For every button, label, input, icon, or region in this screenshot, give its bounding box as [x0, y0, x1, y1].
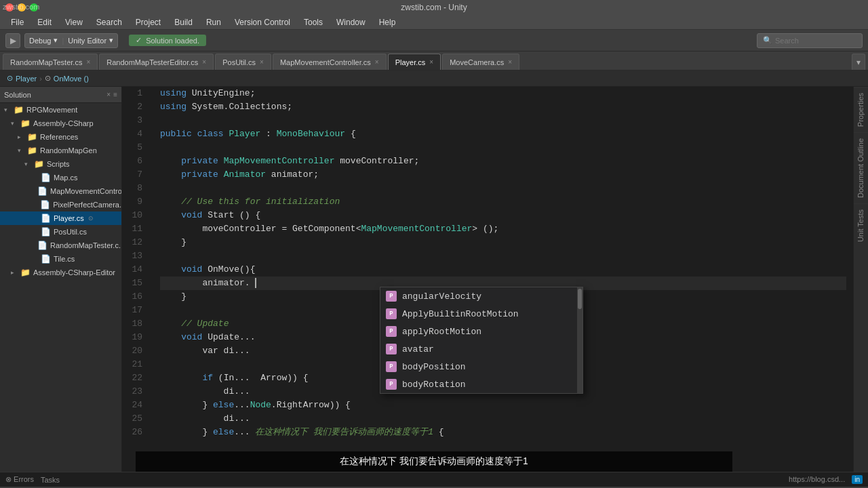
menu-project[interactable]: Project — [130, 16, 166, 28]
expand-arrow-icon: ▾ — [24, 161, 31, 167]
solution-panel: Solution × ≡ ▾ 📁 RPGMovement ▾ 📁 Assembl… — [0, 87, 122, 472]
tab-random-map-tester[interactable]: RandomMapTester.cs × — [3, 54, 98, 70]
tree-item-tile-cs[interactable]: ▸ 📄 Tile.cs — [0, 252, 121, 266]
tree-item-scripts[interactable]: ▾ 📁 Scripts — [0, 157, 121, 171]
tab-label: PosUtil.cs — [222, 58, 256, 66]
solution-menu-icon[interactable]: ≡ — [113, 91, 117, 98]
menu-search[interactable]: Search — [91, 16, 127, 28]
tree-item-posutil-cs[interactable]: ▸ 📄 PosUtil.cs — [0, 225, 121, 239]
watermark: zwstib.com — [3, 3, 39, 11]
ac-item-icon: P — [386, 308, 397, 319]
tab-map-movement-controller[interactable]: MapMovementController.cs × — [273, 54, 387, 70]
code-line: void OnMove(){ — [160, 263, 846, 277]
menu-file[interactable]: File — [5, 16, 29, 28]
cs-file-icon: 📄 — [37, 241, 47, 250]
code-line: } else... 在这种情况下 我们要告诉动画师的速度等于1 { — [160, 426, 846, 439]
menu-versioncontrol[interactable]: Version Control — [229, 16, 296, 28]
tab-close-icon[interactable]: × — [375, 58, 379, 66]
breadcrumb-player[interactable]: Player — [16, 75, 37, 83]
menu-help[interactable]: Help — [374, 16, 401, 28]
autocomplete-dropdown[interactable]: P angularVelocity P ApplyBuiltinRootMoti… — [380, 287, 583, 394]
folder-icon: 📁 — [20, 119, 31, 128]
tree-item-random-map-gen[interactable]: ▾ 📁 RandomMapGen — [0, 144, 121, 157]
ac-item-icon: P — [386, 326, 397, 337]
tab-close-icon[interactable]: × — [86, 58, 90, 66]
code-line: void Start () { — [160, 209, 846, 222]
code-area[interactable]: 12345 678910 1112131415 1617181920 21222… — [122, 87, 853, 472]
folder-icon: 📁 — [20, 268, 31, 277]
ac-item-avatar[interactable]: P avatar — [380, 340, 583, 358]
menu-window[interactable]: Window — [331, 16, 371, 28]
toolbar-search[interactable]: 🔍 — [757, 33, 863, 48]
tree-item-references[interactable]: ▸ 📁 References — [0, 130, 121, 144]
play-button[interactable]: ▶ — [5, 33, 20, 48]
ac-item-label: applyRootMotion — [402, 327, 481, 337]
folder-icon: 📁 — [27, 146, 37, 155]
right-tab-properties[interactable]: Properties — [854, 87, 868, 132]
tree-label: Assembly-CSharp — [33, 119, 94, 127]
ac-item-apply-builtin-root-motion[interactable]: P ApplyBuiltinRootMotion — [380, 305, 583, 323]
tree-item-assembly-csharp[interactable]: ▾ 📁 Assembly-CSharp — [0, 117, 121, 130]
folder-icon: 📁 — [14, 105, 24, 115]
tab-move-camera[interactable]: MoveCamera.cs × — [442, 54, 519, 70]
code-line: // Use this for initialization — [160, 195, 846, 209]
breadcrumb-separator: › — [39, 75, 42, 83]
chevron-down-icon: ▾ — [54, 36, 58, 45]
tree-item-pixel-perfect-camera-cs[interactable]: ▸ 📄 PixelPerfectCamera. — [0, 198, 121, 211]
breadcrumb-icon: ⊙ — [7, 74, 13, 83]
tasks-label[interactable]: Tasks — [41, 476, 60, 484]
expand-arrow-icon: ▾ — [4, 106, 11, 113]
tab-pos-util[interactable]: PosUtil.cs × — [215, 54, 271, 70]
tree-label: Scripts — [47, 160, 70, 168]
tab-close-icon[interactable]: × — [202, 58, 206, 66]
cs-file-icon: 📄 — [41, 173, 51, 182]
tree-label: RandomMapGen — [40, 146, 97, 155]
code-line: di... — [160, 412, 846, 426]
window-title: zwstib.com - Unity — [401, 3, 467, 12]
tab-random-map-tester-editor[interactable]: RandomMapTesterEditor.cs × — [99, 54, 214, 70]
menu-edit[interactable]: Edit — [32, 16, 57, 28]
ac-item-label: ApplyBuiltinRootMotion — [402, 309, 519, 319]
ac-item-icon: P — [386, 361, 397, 372]
ac-item-angular-velocity[interactable]: P angularVelocity — [380, 287, 583, 305]
main-area: Solution × ≡ ▾ 📁 RPGMovement ▾ 📁 Assembl… — [0, 87, 868, 472]
code-line: } else...Node.RightArrow)) { — [160, 399, 846, 412]
code-line — [160, 114, 846, 127]
tab-close-icon[interactable]: × — [260, 58, 264, 66]
tree-item-map-cs[interactable]: ▸ 📄 Map.cs — [0, 171, 121, 184]
status-right: https://blog.csd... in — [789, 475, 863, 484]
tree-item-player-cs[interactable]: ▸ 📄 Player.cs ⊙ — [0, 211, 121, 225]
ac-item-icon: P — [386, 291, 397, 302]
tab-overflow-button[interactable]: ▾ — [852, 54, 865, 70]
expand-arrow-icon: ▸ — [18, 134, 24, 140]
solution-close-icon[interactable]: × — [106, 91, 111, 98]
tree-item-random-map-tester-cs[interactable]: ▸ 📄 RandomMapTester.c... — [0, 239, 121, 252]
ac-item-body-rotation[interactable]: P bodyRotation — [380, 375, 583, 393]
cs-file-icon: 📄 — [41, 254, 51, 264]
ac-item-label: bodyRotation — [402, 380, 466, 390]
solution-panel-icons: × ≡ — [106, 91, 117, 98]
code-editor[interactable]: 12345 678910 1112131415 1617181920 21222… — [122, 87, 853, 472]
menu-run[interactable]: Run — [201, 16, 226, 28]
tab-close-icon[interactable]: × — [508, 58, 512, 66]
ac-item-body-position[interactable]: P bodyPosition — [380, 358, 583, 375]
ac-item-apply-root-motion[interactable]: P applyRootMotion — [380, 323, 583, 340]
errors-label[interactable]: ⊗ Errors — [5, 475, 34, 484]
menu-build[interactable]: Build — [169, 16, 198, 28]
menu-view[interactable]: View — [60, 16, 88, 28]
chevron-down-icon2: ▾ — [109, 36, 113, 45]
menu-tools[interactable]: Tools — [298, 16, 328, 28]
tab-close-icon[interactable]: × — [429, 58, 433, 66]
tab-player[interactable]: Player.cs × — [388, 54, 441, 70]
expand-arrow-icon: ▾ — [18, 147, 24, 154]
tree-item-map-movement-controller-cs[interactable]: ▸ 📄 MapMovementContro... — [0, 184, 121, 198]
code-line: using UnityEngine; — [160, 87, 846, 100]
right-tab-document-outline[interactable]: Document Outline — [854, 132, 868, 203]
right-tab-unit-tests[interactable]: Unit Tests — [854, 203, 868, 247]
tree-item-assembly-csharp-editor[interactable]: ▸ 📁 Assembly-CSharp-Editor — [0, 266, 121, 279]
debug-dropdown[interactable]: Debug ▾ | Unity Editor ▾ — [24, 33, 118, 48]
search-input[interactable] — [775, 37, 856, 45]
ac-scrollbar[interactable] — [577, 287, 583, 393]
breadcrumb-onmove[interactable]: OnMove () — [54, 75, 89, 83]
tree-item-rpgmovement[interactable]: ▾ 📁 RPGMovement — [0, 103, 121, 117]
